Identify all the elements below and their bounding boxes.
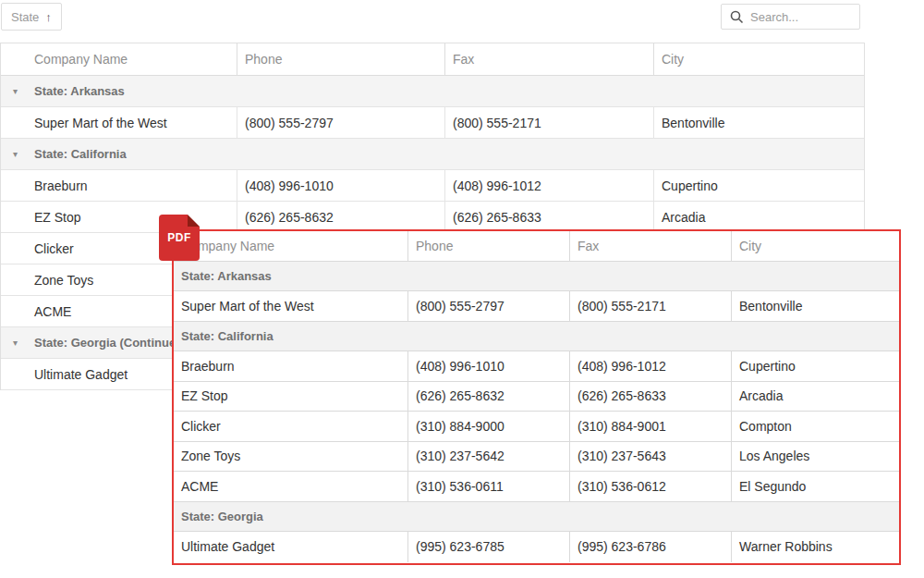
- cell-city: Los Angeles: [732, 442, 899, 472]
- cell-city: Bentonville: [732, 291, 899, 321]
- column-header-city[interactable]: City: [654, 43, 864, 75]
- cell-fax: (408) 996-1012: [570, 351, 732, 381]
- cell-phone: (995) 623-6785: [408, 532, 570, 562]
- group-row-state-arkansas: State: Arkansas: [174, 262, 899, 292]
- pdf-icon-label: PDF: [167, 231, 191, 244]
- cell-fax: (800) 555-2171: [570, 291, 732, 321]
- column-header-phone: Phone: [408, 231, 570, 261]
- group-row-label: State: California: [174, 329, 274, 343]
- header-row: Company NamePhoneFaxCity: [1, 43, 864, 76]
- data-row-ez-stop: EZ Stop(626) 265-8632(626) 265-8633Arcad…: [174, 382, 899, 412]
- cell-company-name: ACME: [174, 472, 408, 501]
- data-row-super-mart-of-the-west[interactable]: Super Mart of the West(800) 555-2797(800…: [1, 107, 864, 139]
- column-header-phone[interactable]: Phone: [237, 43, 445, 75]
- cell-city: El Segundo: [732, 472, 899, 501]
- cell-phone: (626) 265-8632: [237, 202, 445, 232]
- cell-company-name: Super Mart of the West: [174, 291, 408, 321]
- group-row-state-arkansas[interactable]: ▾State: Arkansas: [1, 76, 864, 107]
- cell-city: Arcadia: [654, 202, 864, 232]
- data-row-ultimate-gadget: Ultimate Gadget(995) 623-6785(995) 623-6…: [174, 532, 899, 562]
- header-row: Company NamePhoneFaxCity: [174, 231, 899, 262]
- data-row-zone-toys: Zone Toys(310) 237-5642(310) 237-5643Los…: [174, 442, 899, 473]
- group-row-state-california[interactable]: ▾State: California: [1, 139, 864, 170]
- cell-phone: (408) 996-1010: [408, 351, 570, 381]
- cell-company-name: Ultimate Gadget: [174, 532, 408, 562]
- cell-fax: (800) 555-2171: [445, 107, 654, 138]
- cell-phone: (800) 555-2797: [237, 107, 445, 138]
- cell-city: Warner Robbins: [732, 532, 899, 562]
- group-row-label: State: Arkansas: [174, 269, 272, 283]
- column-header-fax[interactable]: Fax: [445, 43, 654, 75]
- cell-phone: (408) 996-1010: [237, 170, 445, 201]
- cell-fax: (626) 265-8633: [445, 202, 654, 232]
- cell-fax: (310) 884-9001: [570, 412, 732, 441]
- column-header-fax: Fax: [570, 231, 732, 261]
- pdf-preview-grid: Company NamePhoneFaxCityState: ArkansasS…: [174, 231, 899, 562]
- cell-phone: (310) 237-5642: [408, 442, 570, 472]
- cell-phone: (310) 536-0611: [408, 472, 570, 501]
- data-row-acme: ACME(310) 536-0611(310) 536-0612El Segun…: [174, 472, 899, 502]
- group-field-label: State: [11, 10, 39, 24]
- group-row-label: State: Arkansas: [34, 84, 125, 98]
- cell-fax: (626) 265-8633: [570, 382, 732, 412]
- group-row-state-georgia: State: Georgia: [174, 502, 899, 533]
- column-header-company-name[interactable]: Company Name: [1, 43, 237, 75]
- group-row-label: State: Georgia: [174, 510, 263, 523]
- cell-company-name: Super Mart of the West: [1, 107, 237, 138]
- cell-phone: (310) 884-9000: [408, 412, 570, 441]
- column-header-city: City: [732, 231, 899, 261]
- search-input[interactable]: [750, 10, 852, 24]
- data-row-super-mart-of-the-west: Super Mart of the West(800) 555-2797(800…: [174, 291, 899, 322]
- cell-fax: (995) 623-6786: [570, 532, 732, 562]
- column-header-company-name: Company Name: [174, 231, 408, 261]
- cell-city: Bentonville: [654, 107, 864, 138]
- data-row-braeburn[interactable]: Braeburn(408) 996-1010(408) 996-1012Cupe…: [1, 170, 864, 202]
- data-row-braeburn: Braeburn(408) 996-1010(408) 996-1012Cupe…: [174, 351, 899, 382]
- cell-city: Compton: [732, 412, 899, 441]
- cell-phone: (800) 555-2797: [408, 291, 570, 321]
- pdf-file-icon: PDF: [159, 215, 200, 261]
- search-icon: [729, 9, 744, 24]
- group-row-state-california: State: California: [174, 322, 899, 352]
- cell-phone: (626) 265-8632: [408, 382, 570, 412]
- group-row-label: State: California: [34, 147, 127, 161]
- cell-company-name: EZ Stop: [174, 382, 408, 412]
- data-row-clicker: Clicker(310) 884-9000(310) 884-9001Compt…: [174, 412, 899, 442]
- sort-ascending-icon: ↑: [45, 10, 52, 24]
- cell-company-name: Braeburn: [1, 170, 237, 201]
- cell-fax: (310) 237-5643: [570, 442, 732, 472]
- pdf-export-preview: Company NamePhoneFaxCityState: ArkansasS…: [172, 229, 901, 565]
- cell-city: Cupertino: [732, 351, 899, 381]
- cell-fax: (408) 996-1012: [445, 170, 654, 201]
- chevron-down-icon[interactable]: ▾: [1, 86, 34, 96]
- data-row-ez-stop[interactable]: EZ Stop(626) 265-8632(626) 265-8633Arcad…: [1, 202, 864, 233]
- chevron-down-icon[interactable]: ▾: [1, 149, 34, 159]
- cell-fax: (310) 536-0612: [570, 472, 732, 501]
- cell-city: Arcadia: [732, 382, 899, 412]
- search-box[interactable]: [721, 4, 860, 30]
- group-panel-chip-state[interactable]: State ↑: [1, 3, 62, 31]
- cell-company-name: Braeburn: [174, 351, 408, 381]
- chevron-down-icon[interactable]: ▾: [1, 338, 34, 348]
- cell-company-name: EZ Stop: [1, 202, 237, 232]
- cell-city: Cupertino: [654, 170, 864, 201]
- cell-company-name: Zone Toys: [174, 442, 408, 472]
- cell-company-name: Clicker: [174, 412, 408, 441]
